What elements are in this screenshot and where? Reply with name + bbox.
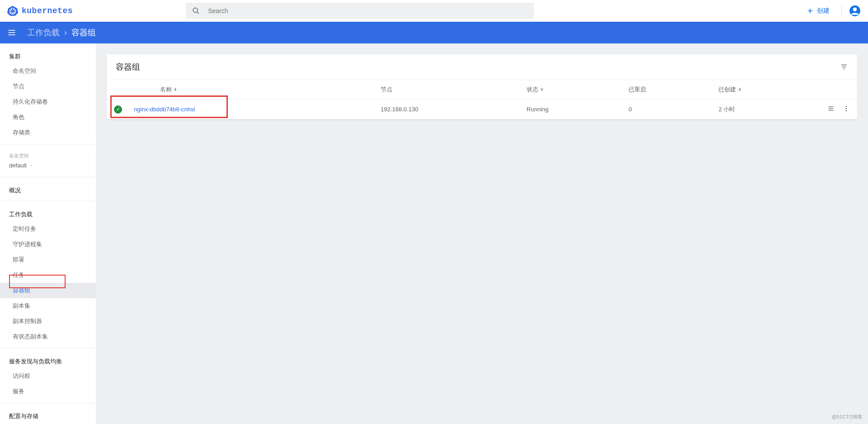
kubernetes-icon: [7, 5, 18, 16]
logs-icon[interactable]: [827, 105, 835, 114]
breadcrumb-prev[interactable]: 工作负载: [27, 27, 60, 38]
pods-card: 容器组 名称▲▼ 节点 状态▲▼ 已重启 已创建▲▼: [107, 54, 857, 119]
breadcrumb: 工作负载 › 容器组: [27, 27, 96, 38]
main-content: 容器组 名称▲▼ 节点 状态▲▼ 已重启 已创建▲▼: [96, 43, 868, 424]
sidebar-item-pv[interactable]: 持久化存储卷: [0, 94, 96, 110]
divider: [0, 201, 96, 201]
col-status[interactable]: 状态▲▼: [519, 80, 622, 100]
divider: [0, 177, 96, 177]
section-discovery[interactable]: 服务发现与负载均衡: [0, 352, 96, 368]
search-container: [186, 3, 534, 19]
create-label: 创建: [817, 7, 830, 15]
sort-icon: ▲▼: [738, 88, 741, 91]
sort-icon: ▲▼: [540, 88, 544, 91]
filter-icon[interactable]: [840, 63, 848, 71]
card-header: 容器组: [107, 54, 857, 80]
search-icon: [192, 7, 200, 15]
card-title: 容器组: [116, 62, 140, 72]
brand-logo[interactable]: kubernetes: [7, 5, 73, 16]
col-created[interactable]: 已创建▲▼: [711, 80, 816, 100]
svg-point-25: [846, 106, 847, 107]
sidebar-item-storageclass[interactable]: 存储类: [0, 125, 96, 140]
namespace-value: default: [9, 162, 27, 169]
top-bar: kubernetes 创建: [0, 0, 868, 22]
breadcrumb-current: 容器组: [71, 27, 96, 38]
divider: [0, 144, 96, 144]
chevron-right-icon: ›: [64, 28, 67, 38]
namespace-label: 命名空间: [0, 148, 96, 159]
brand-text: kubernetes: [22, 6, 73, 15]
top-actions: 创建: [802, 4, 861, 18]
cell-node: 192.168.0.130: [373, 100, 519, 119]
col-restarts[interactable]: 已重启: [621, 80, 711, 100]
divider: [0, 403, 96, 403]
section-config[interactable]: 配置与存储: [0, 407, 96, 423]
section-workloads[interactable]: 工作负载: [0, 205, 96, 221]
sidebar-item-statefulsets[interactable]: 有状态副本集: [0, 329, 96, 344]
create-button[interactable]: 创建: [802, 4, 834, 18]
search-input[interactable]: [208, 7, 528, 14]
sort-icon: ▲▼: [174, 88, 177, 91]
cell-status: Running: [519, 100, 622, 119]
sidebar-item-overview[interactable]: 概况: [0, 181, 96, 197]
pod-link[interactable]: nginx-dbddb74b8-cnhsl: [134, 106, 195, 113]
col-name[interactable]: 名称▲▼: [134, 80, 373, 100]
chevron-down-icon: [29, 163, 34, 168]
cell-created: 2 小时: [711, 100, 816, 119]
table-header-row: 名称▲▼ 节点 状态▲▼ 已重启 已创建▲▼: [107, 80, 857, 100]
svg-point-26: [846, 108, 847, 110]
sidebar: 集群 命名空间 节点 持久化存储卷 角色 存储类 命名空间 default 概况…: [0, 43, 96, 424]
svg-point-10: [193, 8, 198, 13]
user-icon[interactable]: [849, 5, 861, 17]
sidebar-item-namespaces[interactable]: 命名空间: [0, 63, 96, 79]
sidebar-item-pods[interactable]: 容器组: [0, 283, 96, 298]
svg-point-15: [853, 7, 857, 11]
sidebar-item-rc[interactable]: 副本控制器: [0, 314, 96, 329]
svg-point-27: [846, 110, 847, 111]
blue-bar: 工作负载 › 容器组: [0, 22, 868, 43]
sidebar-item-ingress[interactable]: 访问权: [0, 368, 96, 384]
sidebar-item-deployments[interactable]: 部署: [0, 252, 96, 267]
col-node[interactable]: 节点: [373, 80, 519, 100]
sidebar-item-cronjobs[interactable]: 定时任务: [0, 221, 96, 237]
hamburger-icon[interactable]: [7, 28, 16, 37]
section-cluster[interactable]: 集群: [0, 47, 96, 63]
sidebar-item-services[interactable]: 服务: [0, 384, 96, 399]
divider: [0, 348, 96, 348]
svg-line-11: [197, 12, 199, 14]
search-box[interactable]: [186, 3, 534, 19]
more-icon[interactable]: [843, 105, 850, 114]
sidebar-item-roles[interactable]: 角色: [0, 110, 96, 125]
namespace-select[interactable]: default: [0, 159, 96, 173]
sidebar-item-jobs[interactable]: 任务: [0, 267, 96, 283]
row-actions: [824, 105, 850, 114]
divider: [841, 6, 842, 16]
pods-table: 名称▲▼ 节点 状态▲▼ 已重启 已创建▲▼ ✓ nginx-dbddb74b8…: [107, 80, 857, 119]
plus-icon: [806, 7, 814, 15]
cell-restarts: 0: [621, 100, 711, 119]
watermark: @51CTO博客: [832, 414, 863, 420]
sidebar-item-replicasets[interactable]: 副本集: [0, 298, 96, 314]
sidebar-item-daemonsets[interactable]: 守护进程集: [0, 237, 96, 252]
status-ok-icon: ✓: [114, 105, 122, 114]
table-row[interactable]: ✓ nginx-dbddb74b8-cnhsl 192.168.0.130 Ru…: [107, 100, 857, 119]
sidebar-item-nodes[interactable]: 节点: [0, 79, 96, 94]
